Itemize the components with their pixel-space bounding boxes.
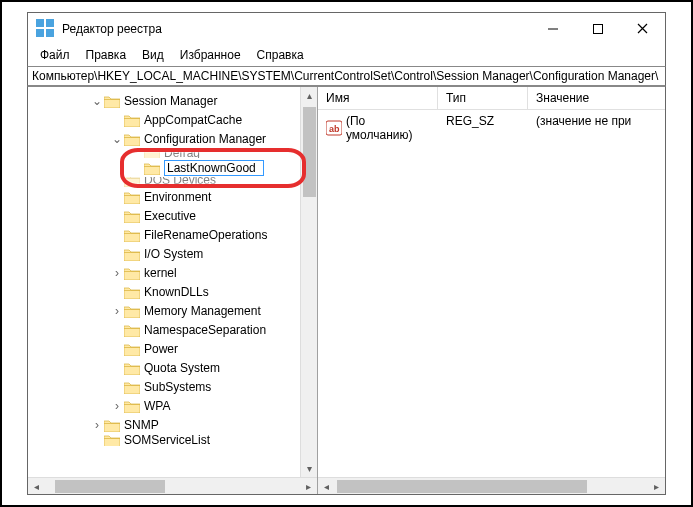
close-button[interactable] xyxy=(620,13,665,44)
tree-label: SNMP xyxy=(124,418,159,432)
folder-icon xyxy=(104,94,120,108)
expand-toggle-icon[interactable]: › xyxy=(110,266,124,280)
tree-node-power[interactable]: Power xyxy=(28,339,317,358)
folder-icon xyxy=(124,209,140,223)
menu-view[interactable]: Вид xyxy=(136,46,170,64)
folder-icon xyxy=(144,148,160,158)
scroll-right-icon[interactable]: ▸ xyxy=(300,478,317,495)
regsz-icon xyxy=(326,120,342,136)
tree-label: WPA xyxy=(144,399,170,413)
menu-file[interactable]: Файл xyxy=(34,46,76,64)
tree-label: NamespaceSeparation xyxy=(144,323,266,337)
tree-node-configuration-manager[interactable]: ⌄ Configuration Manager xyxy=(28,129,317,148)
folder-icon xyxy=(124,228,140,242)
cell-value: (значение не при xyxy=(528,112,665,144)
folder-icon xyxy=(104,434,120,446)
tree-node-memory-management[interactable]: › Memory Management xyxy=(28,301,317,320)
expand-toggle-icon[interactable]: › xyxy=(110,304,124,318)
tree-label: SOMServiceList xyxy=(124,434,210,446)
tree-label: Environment xyxy=(144,190,211,204)
main-panes: ⌄ Session Manager AppCompatCache ⌄ Confi… xyxy=(27,86,666,495)
folder-icon xyxy=(124,304,140,318)
window-title: Редактор реестра xyxy=(62,22,530,36)
tree-node-wpa[interactable]: › WPA xyxy=(28,396,317,415)
tree-label: I/O System xyxy=(144,247,203,261)
expand-toggle-icon[interactable]: › xyxy=(90,418,104,432)
tree-scrollbar-vertical[interactable]: ▴ ▾ xyxy=(300,87,317,477)
tree-node-defrag-clipped[interactable]: Defrag xyxy=(28,148,317,158)
svg-rect-7 xyxy=(593,24,602,33)
tree-label: DOS Devices xyxy=(144,177,216,187)
tree-node-last-clipped[interactable]: SOMServiceList xyxy=(28,434,317,446)
tree-label: SubSystems xyxy=(144,380,211,394)
tree-node-executive[interactable]: Executive xyxy=(28,206,317,225)
rename-input[interactable] xyxy=(164,160,264,176)
menu-bar: Файл Правка Вид Избранное Справка xyxy=(27,44,666,66)
tree-label: Memory Management xyxy=(144,304,261,318)
folder-icon xyxy=(124,266,140,280)
folder-icon xyxy=(124,177,140,187)
tree-node-namespaceseparation[interactable]: NamespaceSeparation xyxy=(28,320,317,339)
tree-node-quota-system[interactable]: Quota System xyxy=(28,358,317,377)
menu-edit[interactable]: Правка xyxy=(80,46,133,64)
tree-node-subsystems[interactable]: SubSystems xyxy=(28,377,317,396)
tree-scrollbar-horizontal[interactable]: ◂ ▸ xyxy=(28,477,317,494)
registry-tree[interactable]: ⌄ Session Manager AppCompatCache ⌄ Confi… xyxy=(28,87,318,494)
minimize-button[interactable] xyxy=(530,13,575,44)
folder-icon xyxy=(124,190,140,204)
tree-label: Executive xyxy=(144,209,196,223)
tree-label: KnownDLLs xyxy=(144,285,209,299)
menu-help[interactable]: Справка xyxy=(251,46,310,64)
tree-node-rename[interactable] xyxy=(28,158,317,177)
col-header-value[interactable]: Значение xyxy=(528,87,665,109)
col-header-type[interactable]: Тип xyxy=(438,87,528,109)
list-header: Имя Тип Значение xyxy=(318,87,665,110)
col-header-name[interactable]: Имя xyxy=(318,87,438,109)
tree-node-filerenameops[interactable]: FileRenameOperations xyxy=(28,225,317,244)
scroll-right-icon[interactable]: ▸ xyxy=(648,478,665,495)
tree-node-session-manager[interactable]: ⌄ Session Manager xyxy=(28,91,317,110)
cell-name: (По умолчанию) xyxy=(346,114,430,142)
expand-toggle-icon[interactable]: ⌄ xyxy=(110,132,124,146)
address-bar[interactable]: Компьютер\HKEY_LOCAL_MACHINE\SYSTEM\Curr… xyxy=(27,66,666,86)
tree-node-appcompatcache[interactable]: AppCompatCache xyxy=(28,110,317,129)
tree-label: FileRenameOperations xyxy=(144,228,267,242)
scroll-thumb[interactable] xyxy=(337,480,587,493)
folder-icon xyxy=(124,113,140,127)
tree-node-knowndlls[interactable]: KnownDLLs xyxy=(28,282,317,301)
scroll-left-icon[interactable]: ◂ xyxy=(28,478,45,495)
scroll-thumb[interactable] xyxy=(303,107,316,197)
tree-node-kernel[interactable]: › kernel xyxy=(28,263,317,282)
list-row[interactable]: (По умолчанию) REG_SZ (значение не при xyxy=(318,110,665,146)
value-list[interactable]: Имя Тип Значение (По умолчанию) REG_SZ (… xyxy=(318,87,665,494)
tree-node-environment[interactable]: Environment xyxy=(28,187,317,206)
folder-icon xyxy=(104,418,120,432)
folder-icon xyxy=(144,161,160,175)
scroll-up-icon[interactable]: ▴ xyxy=(301,87,318,104)
expand-toggle-icon[interactable]: › xyxy=(110,399,124,413)
tree-label: Quota System xyxy=(144,361,220,375)
folder-icon xyxy=(124,285,140,299)
tree-node-dosdevices-clipped[interactable]: DOS Devices xyxy=(28,177,317,187)
list-scrollbar-horizontal[interactable]: ◂ ▸ xyxy=(318,477,665,494)
folder-icon xyxy=(124,247,140,261)
folder-icon xyxy=(124,342,140,356)
maximize-button[interactable] xyxy=(575,13,620,44)
scroll-down-icon[interactable]: ▾ xyxy=(301,460,318,477)
tree-label: AppCompatCache xyxy=(144,113,242,127)
expand-toggle-icon[interactable]: ⌄ xyxy=(90,94,104,108)
folder-icon xyxy=(124,380,140,394)
folder-icon xyxy=(124,361,140,375)
menu-favorites[interactable]: Избранное xyxy=(174,46,247,64)
tree-label: Session Manager xyxy=(124,94,217,108)
tree-label: Configuration Manager xyxy=(144,132,266,146)
tree-label: kernel xyxy=(144,266,177,280)
tree-node-snmp[interactable]: › SNMP xyxy=(28,415,317,434)
folder-icon xyxy=(124,399,140,413)
folder-icon xyxy=(124,132,140,146)
window-titlebar: Редактор реестра xyxy=(27,12,666,44)
tree-node-iosystem[interactable]: I/O System xyxy=(28,244,317,263)
scroll-thumb[interactable] xyxy=(55,480,165,493)
scroll-left-icon[interactable]: ◂ xyxy=(318,478,335,495)
app-icon xyxy=(36,19,56,39)
